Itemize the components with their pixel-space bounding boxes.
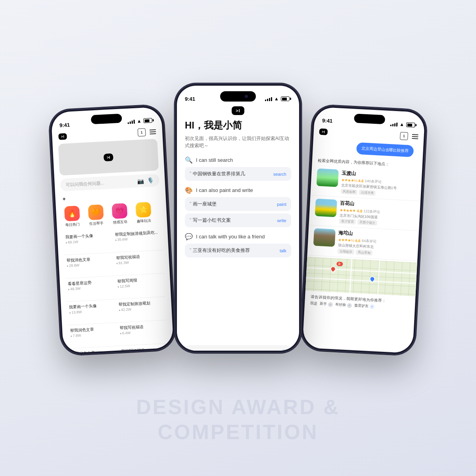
talk-card-1[interactable]: 三亚有没有好吃的美食推荐 talk — [185, 244, 291, 257]
status-icons-left: ▲ — [127, 117, 154, 124]
feature-paint-header: 🎨 I can also paint and write — [185, 186, 291, 194]
write-card-1-btn[interactable]: write — [277, 218, 286, 223]
status-icons-right: ▲ — [390, 121, 417, 128]
search-card-1-text: 中国钢铁量在世界排第几 — [190, 171, 245, 177]
center-header: >I — [177, 106, 299, 119]
cat-hot[interactable]: 🔥 每日热门 — [61, 205, 83, 228]
place-img-2 — [315, 198, 337, 217]
place-info-3: 海坨山 ★★★★½ 4.6 64条评论 张山营镇大庄科村东北 云端徒步 高山草甸 — [338, 230, 413, 257]
left-logo: >I — [58, 133, 67, 140]
tag-experienced[interactable]: 有经验 ✓ — [335, 302, 352, 308]
cat-emotion-label: 情感互动 — [113, 219, 128, 225]
left-search-bar[interactable]: 可以问我任何问题... 📷 🎙️ — [60, 174, 159, 192]
list-item-8[interactable]: 帮我润色文章 7.8W — [67, 323, 118, 349]
cat-life[interactable]: 🧡 生活帮手 — [85, 204, 107, 227]
mic-icon-left[interactable]: 🎙️ — [147, 177, 154, 184]
center-screen-content: >I HI，我是小简 初次见面，很高兴认识你，让我们开始探索AI互动式搜索吧～ … — [177, 106, 299, 351]
place-img-1 — [317, 169, 339, 187]
list-item-count-11: 6.4W — [121, 352, 166, 353]
feature-paint: 🎨 I can also paint and write 画一座城堡 paint… — [185, 186, 291, 227]
tag-hardcore[interactable]: 重度驴友 ✓ — [354, 303, 375, 309]
menu-icon-right[interactable] — [412, 134, 418, 139]
signal-left — [128, 119, 135, 124]
talk-card-1-btn[interactable]: talk — [280, 248, 286, 253]
paint-feature-title: I can also paint and write — [196, 187, 253, 193]
place-card-1[interactable]: 玉渡山 ★★★★½ 4.6 140条评论 北京市延庆区张家营镇玉海公路1号 风景… — [310, 165, 422, 201]
search-feature-icon: 🔍 — [185, 156, 193, 164]
battery-center — [281, 96, 291, 101]
center-search-placeholder: 可以问我任何问题... — [197, 350, 239, 351]
list-item-9[interactable]: 帮我写祝福语 6.4W — [117, 320, 168, 346]
place-rating-3: 4.6 — [355, 238, 361, 243]
back-btn[interactable]: ‹ — [307, 352, 310, 353]
tag-newbie[interactable]: 新手 ✓ — [320, 301, 333, 307]
paint-card-1[interactable]: 画一座城堡 paint — [185, 197, 291, 211]
battery-right — [406, 122, 417, 127]
center-spark-icon: ✦ — [189, 349, 194, 351]
menu-icon-left[interactable] — [150, 129, 156, 134]
left-search-placeholder: 可以问我任何问题... — [65, 180, 104, 188]
center-logo: >I — [232, 106, 244, 115]
mic-icon-center[interactable]: 🎙️ — [280, 349, 287, 351]
time-left: 9:41 — [60, 122, 70, 128]
tag-1-1: 山清水秀 — [359, 190, 376, 196]
right-search-placeholder: 可以问我任何问题... — [323, 353, 358, 353]
right-header-icons: 1 — [400, 132, 418, 140]
dynamic-island-right — [354, 113, 385, 124]
list-item-3[interactable]: 帮我写祝福语 91.3W — [113, 250, 164, 276]
square-icon-left[interactable]: 1 — [138, 128, 146, 136]
place-card-2[interactable]: 百花山 ★★★★★ 4.8 122条评论 北京市门头沟区109国道 老少皆宜 京… — [309, 196, 420, 231]
left-content: >I 1 >I 可以问我任何问题... — [52, 127, 174, 353]
wifi-icon-left: ▲ — [136, 118, 142, 124]
user-role-label: 我是 — [310, 301, 318, 307]
tag-2-0: 老少皆宜 — [339, 219, 356, 225]
list-item-7[interactable]: 帮我定制旅游规划 42.2W — [116, 297, 167, 322]
cat-life-label: 生活帮手 — [89, 221, 104, 226]
place-reviews-1: 140条评论 — [365, 178, 382, 184]
talk-card-1-text: 三亚有没有好吃的美食推荐 — [190, 247, 250, 254]
list-item-5[interactable]: 帮我写周报 12.5W — [115, 273, 165, 299]
chat-bubble: 北京周边登山去哪比较推荐 — [356, 142, 414, 157]
left-header-icons: 1 — [138, 128, 156, 136]
battery-left — [143, 118, 154, 123]
list-item-1[interactable]: 帮我定制旅游规划及吃... 35.6W — [112, 226, 163, 252]
square-icon-right[interactable]: 1 — [400, 132, 408, 140]
list-item-6[interactable]: 我要画一个头像 13.8W — [66, 299, 117, 325]
cat-fun[interactable]: ⭐ 趣味玩法 — [132, 202, 154, 224]
talk-feature-title: I can talk with you like a friend — [196, 234, 265, 240]
tag-3-0: 云端徒步 — [338, 249, 355, 255]
place-card-3[interactable]: 海坨山 ★★★★½ 4.6 64条评论 张山营镇大庄科村东北 云端徒步 高山草甸 — [307, 225, 419, 261]
cat-emotion[interactable]: 💗 情感互动 — [109, 203, 131, 226]
place-reviews-3: 64条评论 — [361, 238, 376, 244]
cat-fun-label: 趣味玩法 — [137, 218, 152, 224]
place-info-1: 玉渡山 ★★★★½ 4.6 140条评论 北京市延庆区张家营镇玉海公路1号 风景… — [341, 170, 416, 198]
camera-icon-left[interactable]: 📷 — [137, 178, 144, 184]
camera-icon-center[interactable]: 📷 — [268, 349, 276, 351]
place-rating-1: 4.6 — [358, 178, 364, 183]
paint-card-1-btn[interactable]: paint — [277, 202, 286, 207]
tag-1-0: 风景如画 — [341, 189, 358, 195]
phone-center: 9:41 ▲ — [175, 83, 301, 353]
feature-search-header: 🔍 I can still search — [185, 156, 291, 164]
map-pin-label-1: 3↑ — [336, 262, 343, 267]
right-search-input[interactable]: ✦ 可以问我任何问题... — [311, 350, 388, 353]
center-search-bar[interactable]: ✦ 可以问我任何问题... 📷 🎙️ — [182, 345, 294, 351]
list-item-title-11: 帮我写祝福语 — [121, 346, 166, 353]
tag-2-1: 京西小瑞士 — [357, 220, 378, 226]
wifi-icon-right: ▲ — [399, 121, 405, 127]
dot-camera-center — [245, 95, 248, 98]
place-reviews-2: 122条评论 — [363, 209, 380, 215]
feature-search: 🔍 I can still search 中国钢铁量在世界排第几 search — [185, 156, 291, 181]
write-card-1[interactable]: 写一篇小红书文案 write — [185, 213, 291, 227]
content-list: 我要画一个头像 69.1W帮我定制旅游规划及吃... 35.6W帮我润色文章 2… — [57, 225, 174, 353]
list-item-4[interactable]: 看看星座运势 48.3W — [65, 276, 116, 302]
list-item-2[interactable]: 帮我润色文章 28.8W — [64, 253, 115, 278]
search-card-1[interactable]: 中国钢铁量在世界排第几 search — [185, 167, 291, 181]
time-right: 9:41 — [322, 117, 333, 124]
dynamic-island-left — [91, 113, 122, 124]
write-card-1-text: 写一篇小红书文案 — [190, 217, 231, 224]
list-item-title-10: 帮我润色文章 — [71, 349, 117, 353]
center-main-content: HI，我是小简 初次见面，很高兴认识你，让我们开始探索AI互动式搜索吧～ 🔍 I… — [177, 119, 299, 342]
list-item-0[interactable]: 我要画一个头像 69.1W — [63, 229, 113, 255]
search-card-1-btn[interactable]: search — [273, 172, 286, 177]
